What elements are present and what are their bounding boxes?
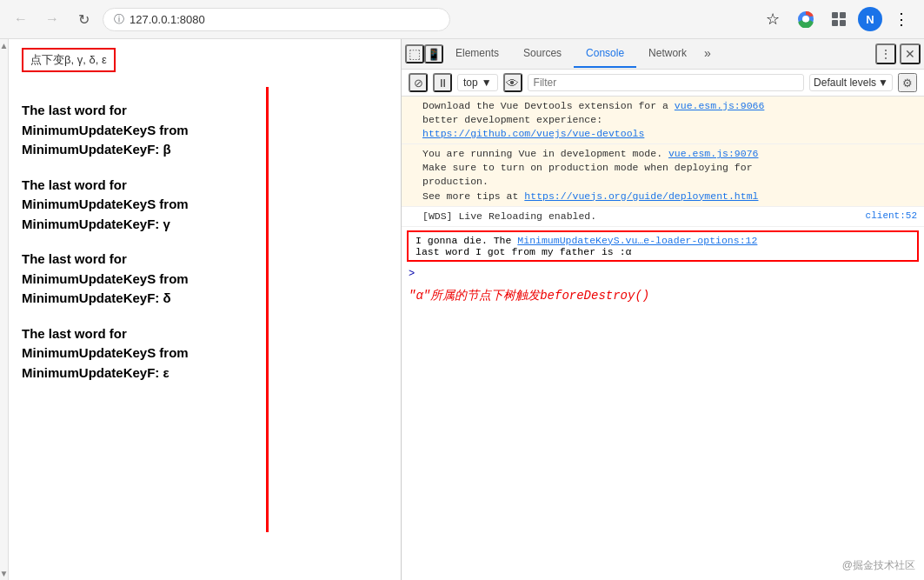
content-block-3: The last word for MinimumUpdateKeyS from… xyxy=(22,324,388,383)
block-0-line3: MinimumUpdateKeyF: β xyxy=(22,140,388,160)
eye-icon-button[interactable]: 👁 xyxy=(503,73,522,92)
block-0-line2: MinimumUpdateKeyS from xyxy=(22,121,388,141)
console-row-wds: [WDS] Live Reloading enabled. client:52 xyxy=(402,207,924,227)
filter-input[interactable] xyxy=(528,74,804,91)
block-1-line2: MinimumUpdateKeyS from xyxy=(22,195,388,215)
block-1-line1: The last word for xyxy=(22,176,388,196)
tab-more[interactable]: » xyxy=(699,39,716,69)
context-selector[interactable]: top ▼ xyxy=(457,74,498,91)
svg-rect-4 xyxy=(832,20,838,26)
url-text: 127.0.0.1:8080 xyxy=(130,13,205,26)
wds-message: [WDS] Live Reloading enabled. xyxy=(422,210,596,222)
wds-source-link[interactable]: client:52 xyxy=(866,210,917,223)
tab-console[interactable]: Console xyxy=(574,40,636,68)
block-2-line3: MinimumUpdateKeyF: δ xyxy=(22,289,388,309)
main-area: ▲ ▼ 点下变β, γ, δ, ε The last word for Mini… xyxy=(0,39,924,580)
nav-icons-right: ☆ N ⋮ xyxy=(759,5,915,33)
context-label: top xyxy=(463,77,478,89)
content-block-1: The last word for MinimumUpdateKeyS from… xyxy=(22,176,388,235)
page-content-area: 点下变β, γ, δ, ε The last word for MinimumU… xyxy=(9,39,401,580)
svg-rect-2 xyxy=(832,12,838,18)
vue-devtools-url[interactable]: https://github.com/vuejs/vue-devtools xyxy=(422,128,644,139)
log-level-select[interactable]: Default levels ▼ xyxy=(809,74,893,91)
devtools-tabs-bar: ⬚ 📱 Elements Sources Console Network » ⋮… xyxy=(402,39,924,70)
vue-esm-link-2[interactable]: vue.esm.js:9076 xyxy=(668,148,759,159)
secure-icon: ⓘ xyxy=(114,12,124,27)
content-block-0: The last word for MinimumUpdateKeyS from… xyxy=(22,101,388,160)
devtools-panel: ⬚ 📱 Elements Sources Console Network » ⋮… xyxy=(402,39,924,580)
console-settings-icon[interactable]: ⚙ xyxy=(898,73,917,92)
tab-network[interactable]: Network xyxy=(636,40,699,68)
highlighted-line-2: last word I got from my father is :α xyxy=(415,246,910,257)
button-container: 点下变β, γ, δ, ε xyxy=(22,48,388,85)
console-row-prod-mode: You are running Vue in development mode.… xyxy=(402,144,924,206)
prod-mode-message: You are running Vue in development mode.… xyxy=(422,148,758,201)
left-panel: ▲ ▼ 点下变β, γ, δ, ε The last word for Mini… xyxy=(0,39,402,580)
reload-button[interactable]: ↻ xyxy=(71,7,96,31)
context-arrow-icon: ▼ xyxy=(482,77,492,89)
profile-icon[interactable]: N xyxy=(858,7,882,31)
highlighted-line-1: I gonna die. The MinimumUpdateKeyS.vu…e-… xyxy=(415,235,910,246)
block-0-line1: The last word for xyxy=(22,101,388,121)
content-block-2: The last word for MinimumUpdateKeyS from… xyxy=(22,250,388,309)
log-level-arrow-icon: ▼ xyxy=(878,77,888,89)
vuejs-deployment-url[interactable]: https://vuejs.org/guide/deployment.html xyxy=(524,190,758,202)
vue-esm-link-1[interactable]: vue.esm.js:9066 xyxy=(675,100,765,111)
block-3-line2: MinimumUpdateKeyS from xyxy=(22,343,388,363)
block-3-line1: The last word for xyxy=(22,324,388,344)
devtools-toolbar: ⊘ ⏸ top ▼ 👁 Default levels ▼ ⚙ xyxy=(402,70,924,97)
console-prompt[interactable]: > xyxy=(402,265,924,283)
console-row-highlighted: I gonna die. The MinimumUpdateKeyS.vu…e-… xyxy=(407,230,919,262)
devtools-close-icon[interactable]: ✕ xyxy=(900,43,921,64)
block-2-line1: The last word for xyxy=(22,250,388,270)
minimum-update-link[interactable]: MinimumUpdateKeyS.vu…e-loader-options:12 xyxy=(517,235,757,246)
watermark: @掘金技术社区 xyxy=(842,558,915,573)
tab-elements[interactable]: Elements xyxy=(443,40,511,68)
svg-rect-5 xyxy=(840,20,846,26)
menu-button[interactable]: ⋮ xyxy=(887,5,915,33)
bookmark-button[interactable]: ☆ xyxy=(759,5,787,33)
extensions-button[interactable] xyxy=(825,5,853,33)
devtools-settings-icon[interactable]: ⋮ xyxy=(875,43,896,64)
chrome-icon-button[interactable] xyxy=(792,5,820,33)
svg-rect-3 xyxy=(840,12,846,18)
pause-button[interactable]: ⏸ xyxy=(433,73,452,92)
tab-sources[interactable]: Sources xyxy=(511,40,574,68)
svg-point-1 xyxy=(802,16,809,23)
log-level-label: Default levels xyxy=(814,77,876,89)
forward-button[interactable]: → xyxy=(40,7,64,31)
block-2-line2: MinimumUpdateKeyS from xyxy=(22,270,388,290)
console-row-vue-devtools: Download the Vue Devtools extension for … xyxy=(402,97,924,144)
console-output: Download the Vue Devtools extension for … xyxy=(402,97,924,580)
nav-bar: ← → ↻ ⓘ 127.0.0.1:8080 ☆ N ⋮ xyxy=(0,0,924,38)
device-mode-button[interactable]: 📱 xyxy=(424,44,443,63)
vue-devtools-message: Download the Vue Devtools extension for … xyxy=(422,100,764,139)
address-bar[interactable]: ⓘ 127.0.0.1:8080 xyxy=(103,8,450,31)
devtools-right-icons: ⋮ ✕ xyxy=(875,43,921,64)
inspect-element-button[interactable]: ⬚ xyxy=(405,44,424,63)
block-1-line3: MinimumUpdateKeyF: γ xyxy=(22,215,388,235)
clear-console-button[interactable]: ⊘ xyxy=(409,73,428,92)
change-button[interactable]: 点下变β, γ, δ, ε xyxy=(22,48,116,72)
block-3-line3: MinimumUpdateKeyF: ε xyxy=(22,363,388,383)
back-button[interactable]: ← xyxy=(9,7,33,31)
console-annotation: "α"所属的节点下树触发beforeDestroy() xyxy=(402,283,924,309)
left-scrollbar[interactable]: ▲ ▼ xyxy=(0,39,9,580)
browser-chrome: ← → ↻ ⓘ 127.0.0.1:8080 ☆ N ⋮ xyxy=(0,0,924,39)
